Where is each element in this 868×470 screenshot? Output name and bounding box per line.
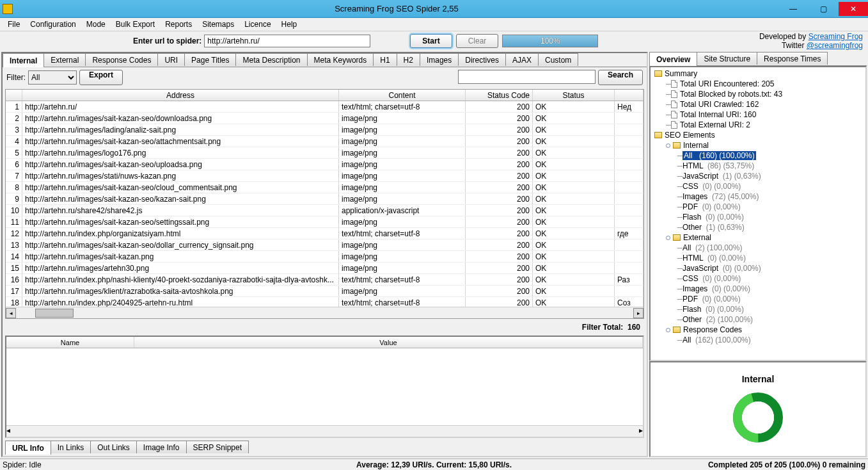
col-header-address[interactable]: Address — [22, 90, 339, 101]
tree-item[interactable]: PDF (0) (0,00%) — [652, 294, 864, 304]
tab-external[interactable]: External — [43, 53, 86, 66]
detail-col-value[interactable]: Value — [134, 337, 643, 348]
close-button[interactable]: ✕ — [839, 2, 868, 16]
tree-response-codes[interactable]: Response Codes — [652, 325, 864, 335]
table-row[interactable]: 6http://artehn.ru/images/sait-kazan-seo/… — [6, 159, 643, 170]
detail-col-name[interactable]: Name — [6, 337, 134, 348]
table-row[interactable]: 3http://artehn.ru/images/lading/analiz-s… — [6, 124, 643, 136]
tab-ajax[interactable]: AJAX — [505, 53, 539, 66]
table-body[interactable]: 1http://artehn.ru/text/html; charset=utf… — [6, 101, 643, 307]
tree-summary[interactable]: Summary — [652, 69, 864, 79]
menu-sitemaps[interactable]: Sitemaps — [197, 19, 239, 30]
table-row[interactable]: 12http://artehn.ru/index.php/organizatsi… — [6, 228, 643, 239]
table-search-input[interactable] — [458, 70, 596, 84]
expand-icon[interactable] — [666, 143, 670, 148]
tree-item[interactable]: Total External URI: 2 — [652, 120, 864, 130]
menu-help[interactable]: Help — [276, 19, 303, 30]
filter-select[interactable]: All — [28, 70, 77, 85]
detail-tab-url-info[interactable]: URL Info — [5, 441, 51, 455]
menu-file[interactable]: File — [3, 19, 25, 30]
tab-directives[interactable]: Directives — [458, 53, 506, 66]
table-row[interactable]: 16http://artehn.ru/index.php/nashi-klien… — [6, 274, 643, 286]
menu-bulk-export[interactable]: Bulk Export — [111, 19, 160, 30]
table-row[interactable]: 2http://artehn.ru/images/sait-kazan-seo/… — [6, 113, 643, 124]
scroll-thumb[interactable] — [35, 309, 74, 318]
tree-item[interactable]: Flash (0) (0,00%) — [652, 212, 864, 222]
table-row[interactable]: 14http://artehn.ru/images/sait-kazan.png… — [6, 251, 643, 263]
tab-custom[interactable]: Custom — [538, 53, 578, 66]
tab-internal[interactable]: Internal — [3, 53, 44, 67]
tab-response-codes[interactable]: Response Codes — [85, 53, 158, 66]
scroll-right-icon[interactable]: ▸ — [639, 426, 643, 437]
tab-images[interactable]: Images — [420, 53, 459, 66]
tab-uri[interactable]: URI — [157, 53, 185, 66]
table-row[interactable]: 10http://artehn.ru/share42/share42.jsapp… — [6, 205, 643, 216]
expand-icon[interactable] — [666, 328, 670, 332]
tree-item[interactable]: Total URI Crawled: 162 — [652, 99, 864, 109]
table-search-button[interactable]: Search — [598, 70, 643, 85]
detail-tab-in-links[interactable]: In Links — [51, 441, 91, 453]
tab-meta-keywords[interactable]: Meta Keywords — [307, 53, 374, 66]
tree-item[interactable]: Other (2) (100,00%) — [652, 314, 864, 325]
menu-configuration[interactable]: Configuration — [25, 19, 81, 30]
tree-item[interactable]: JavaScript (0) (0,00%) — [652, 263, 864, 273]
table-row[interactable]: 7http://artehn.ru/images/stati/nuws-kaza… — [6, 170, 643, 182]
maximize-button[interactable]: ▢ — [809, 2, 838, 16]
col-header-status-code[interactable]: Status Code — [466, 90, 533, 101]
overview-tree[interactable]: SummaryTotal URI Encountered: 205Total B… — [649, 66, 867, 361]
tree-item[interactable]: All (160) (100,00%) — [652, 150, 864, 161]
table-row[interactable]: 13http://artehn.ru/images/sait-kazan-seo… — [6, 239, 643, 251]
tab-h2[interactable]: H2 — [397, 53, 420, 66]
col-header-extra[interactable] — [615, 90, 643, 101]
credits-link-1[interactable]: Screaming Frog — [809, 32, 863, 41]
table-row[interactable]: 11http://artehn.ru/images/sait-kazan-seo… — [6, 216, 643, 228]
tree-item[interactable]: CSS (0) (0,00%) — [652, 181, 864, 191]
col-header-content[interactable]: Content — [339, 90, 466, 101]
table-row[interactable]: 15http://artehn.ru/images/artehn30.pngim… — [6, 263, 643, 274]
credits-link-2[interactable]: @screamingfrog — [807, 41, 863, 50]
tree-item[interactable]: Total Blocked by robots.txt: 43 — [652, 89, 864, 99]
tab-page-titles[interactable]: Page Titles — [184, 53, 236, 66]
detail-tab-serp-snippet[interactable]: SERP Snippet — [186, 441, 249, 453]
table-hscroll[interactable]: ◂ ▸ — [6, 307, 643, 318]
url-input[interactable] — [204, 35, 370, 47]
tree-item[interactable]: All (2) (100,00%) — [652, 243, 864, 253]
tree-external[interactable]: External — [652, 232, 864, 243]
table-row[interactable]: 8http://artehn.ru/images/sait-kazan-seo/… — [6, 182, 643, 193]
tab-meta-description[interactable]: Meta Description — [235, 53, 307, 66]
tree-item[interactable]: Total URI Encountered: 205 — [652, 79, 864, 89]
detail-hscroll[interactable]: ◂ ▸ — [6, 425, 643, 437]
clear-button[interactable]: Clear — [456, 34, 499, 48]
minimize-button[interactable]: — — [778, 2, 808, 16]
table-row[interactable]: 9http://artehn.ru/images/sait-kazan-seo/… — [6, 193, 643, 205]
expand-icon[interactable] — [666, 236, 670, 240]
tree-item[interactable]: Images (0) (0,00%) — [652, 284, 864, 294]
right-tab-response-times[interactable]: Response Times — [757, 52, 828, 65]
tab-h1[interactable]: H1 — [373, 53, 397, 66]
tree-item[interactable]: Other (1) (0,63%) — [652, 222, 864, 232]
table-row[interactable]: 5http://artehn.ru/images/logo176.pngimag… — [6, 147, 643, 159]
right-tab-overview[interactable]: Overview — [649, 52, 697, 66]
right-tab-site-structure[interactable]: Site Structure — [697, 52, 757, 65]
export-button[interactable]: Export — [79, 70, 123, 85]
table-row[interactable]: 18http://artehn.ru/index.php/2404925-art… — [6, 297, 643, 307]
tree-item[interactable]: Flash (0) (0,00%) — [652, 304, 864, 314]
tree-item[interactable]: Total Internal URI: 160 — [652, 109, 864, 120]
tree-item[interactable]: All (162) (100,00%) — [652, 335, 864, 345]
tree-item[interactable]: Images (72) (45,00%) — [652, 191, 864, 202]
menu-mode[interactable]: Mode — [81, 19, 111, 30]
detail-tab-out-links[interactable]: Out Links — [90, 441, 137, 453]
tree-item[interactable]: HTML (0) (0,00%) — [652, 253, 864, 263]
tree-item[interactable]: JavaScript (1) (0,63%) — [652, 171, 864, 181]
tree-item[interactable]: CSS (0) (0,00%) — [652, 273, 864, 284]
menu-reports[interactable]: Reports — [160, 19, 197, 30]
scroll-right-icon[interactable]: ▸ — [633, 308, 643, 318]
detail-tab-image-info[interactable]: Image Info — [136, 441, 187, 453]
table-row[interactable]: 4http://artehn.ru/images/sait-kazan-seo/… — [6, 136, 643, 147]
start-button[interactable]: Start — [410, 34, 452, 48]
table-row[interactable]: 17http://artehn.ru/images/klient/razrabo… — [6, 286, 643, 297]
table-row[interactable]: 1http://artehn.ru/text/html; charset=utf… — [6, 101, 643, 113]
tree-item[interactable]: HTML (86) (53,75%) — [652, 161, 864, 171]
col-header-num[interactable] — [6, 90, 22, 101]
tree-item[interactable]: PDF (0) (0,00%) — [652, 202, 864, 212]
